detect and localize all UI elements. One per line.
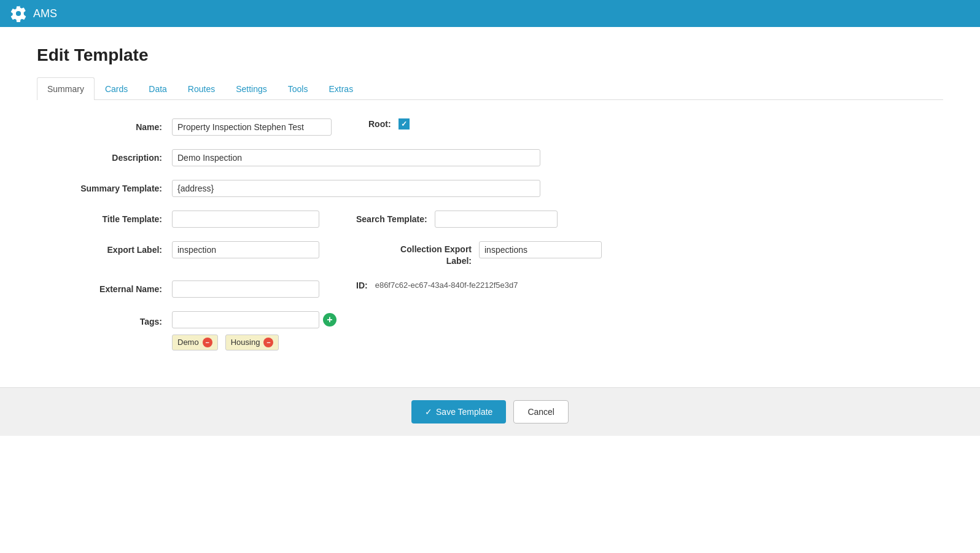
tag-housing-remove[interactable]: − bbox=[263, 338, 273, 347]
tags-input[interactable] bbox=[172, 311, 319, 328]
title-template-label: Title Template: bbox=[49, 211, 172, 224]
tag-housing-label: Housing bbox=[231, 338, 260, 347]
tag-demo-label: Demo bbox=[177, 338, 199, 347]
tags-list: Demo − Housing − bbox=[172, 335, 284, 350]
collection-export-input[interactable] bbox=[479, 241, 602, 258]
checkmark-icon: ✓ bbox=[425, 407, 432, 417]
summary-template-input[interactable] bbox=[172, 180, 540, 197]
tab-routes[interactable]: Routes bbox=[177, 77, 225, 100]
tabs-container: Summary Cards Data Routes Settings Tools… bbox=[37, 77, 943, 100]
external-name-label: External Name: bbox=[49, 280, 172, 294]
tab-data[interactable]: Data bbox=[138, 77, 177, 100]
save-template-button[interactable]: ✓ Save Template bbox=[411, 400, 506, 423]
tab-tools[interactable]: Tools bbox=[278, 77, 319, 100]
id-section: ID: e86f7c62-ec67-43a4-840f-fe2212f5e3d7 bbox=[356, 280, 518, 290]
search-template-section: Search Template: bbox=[356, 211, 558, 228]
tags-input-row: Tags: + bbox=[49, 311, 336, 328]
app-header: AMS bbox=[0, 0, 980, 27]
root-checkbox[interactable] bbox=[399, 118, 410, 130]
save-label: Save Template bbox=[436, 407, 492, 417]
id-value: e86f7c62-ec67-43a4-840f-fe2212f5e3d7 bbox=[375, 280, 518, 290]
description-input[interactable] bbox=[172, 149, 540, 166]
tags-label: Tags: bbox=[49, 313, 172, 327]
summary-template-row: Summary Template: bbox=[49, 180, 931, 197]
title-template-input[interactable] bbox=[172, 211, 319, 228]
collection-export-label: Collection ExportLabel: bbox=[356, 241, 479, 267]
root-section: Root: bbox=[368, 118, 410, 130]
tab-summary[interactable]: Summary bbox=[37, 77, 95, 100]
name-label: Name: bbox=[49, 118, 172, 132]
export-label-input[interactable] bbox=[172, 241, 319, 258]
tag-demo: Demo − bbox=[172, 335, 218, 350]
form-section: Name: Root: Description: Summary Templat… bbox=[37, 118, 943, 350]
export-row: Export Label: Collection ExportLabel: bbox=[49, 241, 931, 267]
export-label-label: Export Label: bbox=[49, 241, 172, 255]
tags-input-container: + bbox=[172, 311, 336, 328]
search-template-input[interactable] bbox=[435, 211, 558, 228]
name-input[interactable] bbox=[172, 118, 332, 136]
search-template-label: Search Template: bbox=[356, 214, 427, 224]
tab-extras[interactable]: Extras bbox=[318, 77, 364, 100]
gear-icon bbox=[10, 5, 27, 22]
app-name: AMS bbox=[33, 7, 57, 20]
external-name-input[interactable] bbox=[172, 280, 319, 298]
add-tag-button[interactable]: + bbox=[323, 313, 336, 327]
tab-settings[interactable]: Settings bbox=[225, 77, 278, 100]
external-id-row: External Name: ID: e86f7c62-ec67-43a4-84… bbox=[49, 280, 931, 298]
footer: ✓ Save Template Cancel bbox=[0, 387, 980, 436]
name-row: Name: Root: bbox=[49, 118, 931, 136]
tab-cards[interactable]: Cards bbox=[95, 77, 138, 100]
tag-demo-remove[interactable]: − bbox=[203, 338, 212, 347]
description-label: Description: bbox=[49, 149, 172, 163]
tags-section: Tags: + Demo − Housing − bbox=[49, 311, 931, 350]
title-search-row: Title Template: Search Template: bbox=[49, 211, 931, 228]
root-label: Root: bbox=[368, 119, 391, 129]
summary-template-label: Summary Template: bbox=[49, 180, 172, 193]
page-title: Edit Template bbox=[37, 45, 943, 65]
main-content: Edit Template Summary Cards Data Routes … bbox=[0, 27, 980, 350]
collection-export-section: Collection ExportLabel: bbox=[356, 241, 602, 267]
cancel-button[interactable]: Cancel bbox=[513, 400, 569, 423]
tag-housing: Housing − bbox=[225, 335, 279, 350]
description-row: Description: bbox=[49, 149, 931, 166]
id-label: ID: bbox=[356, 280, 368, 290]
